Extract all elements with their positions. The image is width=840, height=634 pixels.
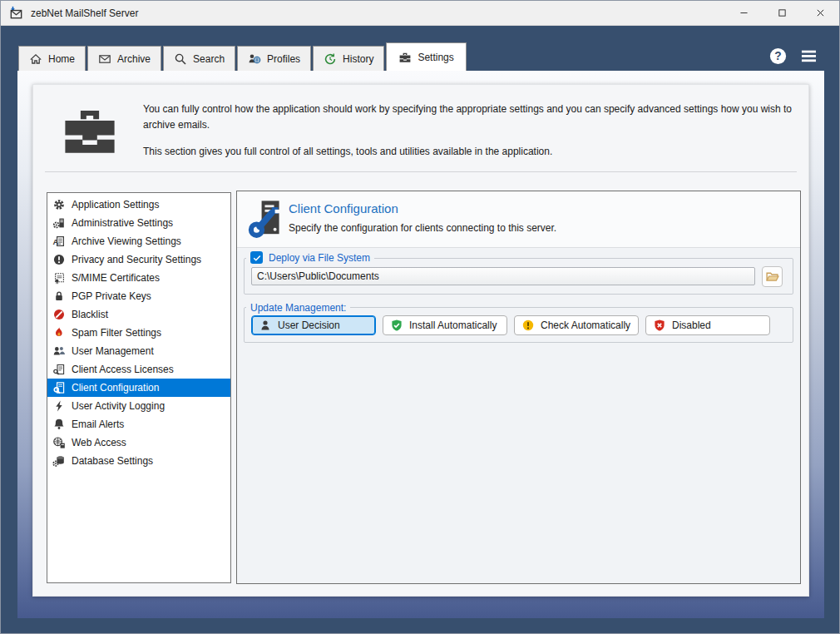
privacy-icon	[52, 253, 66, 266]
users-icon	[52, 344, 66, 358]
check-icon	[252, 253, 262, 263]
wrench-doc-icon	[52, 381, 66, 394]
search-icon	[174, 52, 187, 66]
lightning-icon	[52, 399, 66, 413]
window: { "window": { "title": "zebNet MailShelf…	[0, 0, 840, 634]
shield-check-icon	[390, 319, 403, 332]
content-card: You can fully control how the applicatio…	[32, 84, 809, 597]
window-controls	[724, 1, 839, 25]
close-button[interactable]	[801, 1, 839, 25]
settings-description-line1: You can fully control how the applicatio…	[143, 102, 795, 133]
sidebar-item-client-configuration[interactable]: Client Configuration	[47, 379, 230, 397]
settings-panel: Client Configuration Specify the configu…	[236, 191, 801, 584]
tab-bar: Home Archive Search Profiles History Set…	[18, 42, 468, 71]
admin-gear-icon	[52, 216, 66, 230]
close-icon	[815, 7, 826, 18]
blacklist-icon	[52, 308, 66, 321]
person-icon	[259, 319, 272, 332]
sidebar-item-user-management[interactable]: User Management	[47, 342, 230, 360]
sidebar-item-administrative-settings[interactable]: Administrative Settings	[47, 214, 230, 232]
maximize-icon	[777, 7, 788, 18]
web-icon	[52, 436, 66, 449]
warning-icon	[521, 319, 535, 332]
sidebar-item-client-access-licenses[interactable]: Client Access Licenses	[47, 360, 230, 379]
update-options: User Decision Install Automatically Chec…	[245, 314, 793, 342]
update-option-user-decision[interactable]: User Decision	[251, 315, 376, 335]
menu-button[interactable]	[800, 47, 818, 65]
update-option-check-automatically[interactable]: Check Automatically	[514, 315, 639, 335]
folder-open-icon	[765, 270, 779, 284]
mail-arrow-icon	[9, 6, 23, 20]
top-icons: ?	[769, 47, 818, 65]
tab-settings[interactable]: Settings	[386, 42, 466, 71]
header-divider	[45, 171, 797, 172]
sidebar-item-spam-filter-settings[interactable]: Spam Filter Settings	[47, 324, 230, 342]
help-button[interactable]: ?	[769, 47, 787, 65]
server-wrench-icon	[248, 200, 283, 239]
lock-icon	[52, 290, 66, 303]
panel-header: Client Configuration Specify the configu…	[237, 191, 800, 248]
svg-text:A: A	[53, 237, 59, 246]
history-icon	[324, 52, 337, 66]
path-row	[245, 265, 793, 294]
home-icon	[29, 52, 42, 66]
deploy-group: Deploy via File System	[244, 251, 793, 295]
update-group: Update Management: User Decision Install…	[244, 302, 793, 343]
archive-view-icon: A	[52, 235, 66, 248]
tab-history[interactable]: History	[313, 46, 384, 71]
sidebar-item-web-access[interactable]: Web Access	[47, 433, 230, 452]
envelope-icon	[98, 52, 111, 66]
sidebar-item-s-mime-certificates[interactable]: S/MIME Certificates	[47, 269, 230, 287]
sidebar-item-pgp-private-keys[interactable]: PGP Private Keys	[47, 287, 230, 305]
tab-home[interactable]: Home	[18, 46, 86, 71]
settings-description: You can fully control how the applicatio…	[143, 102, 795, 161]
hamburger-menu-icon	[800, 47, 818, 65]
license-icon	[52, 363, 66, 376]
gear-icon	[52, 198, 66, 211]
minimize-button[interactable]	[724, 1, 763, 25]
update-option-install-automatically[interactable]: Install Automatically	[383, 315, 507, 335]
toolbox-icon	[55, 100, 125, 161]
sidebar-item-email-alerts[interactable]: Email Alerts	[47, 415, 230, 433]
deploy-path-input[interactable]	[251, 267, 755, 285]
update-option-disabled[interactable]: Disabled	[645, 315, 770, 335]
sidebar-item-database-settings[interactable]: Database Settings	[47, 452, 230, 470]
panel-title: Client Configuration	[289, 201, 398, 215]
profiles-icon	[248, 52, 261, 66]
browse-button[interactable]	[762, 266, 783, 287]
bell-icon	[52, 418, 66, 431]
sidebar-item-blacklist[interactable]: Blacklist	[47, 305, 230, 324]
tab-profiles[interactable]: Profiles	[237, 46, 311, 71]
deploy-group-label: Deploy via File System	[269, 252, 370, 264]
shield-x-icon	[653, 319, 666, 332]
tab-search[interactable]: Search	[163, 46, 235, 71]
flame-icon	[52, 326, 66, 339]
settings-nav-list: Application Settings Administrative Sett…	[47, 192, 231, 583]
deploy-checkbox[interactable]	[250, 251, 263, 264]
sidebar-item-archive-viewing-settings[interactable]: A Archive Viewing Settings	[47, 232, 230, 250]
help-icon: ?	[769, 47, 787, 65]
certificate-icon	[52, 271, 66, 285]
maximize-button[interactable]	[763, 1, 801, 25]
minimize-icon	[739, 7, 749, 18]
toolbox-icon	[398, 51, 412, 64]
content-backdrop: You can fully control how the applicatio…	[17, 71, 824, 618]
title-bar: zebNet MailShelf Server	[1, 1, 839, 26]
database-icon	[52, 454, 66, 468]
svg-text:?: ?	[774, 50, 781, 62]
settings-description-line2: This section gives you full control of a…	[143, 144, 795, 160]
sidebar-item-user-activity-logging[interactable]: User Activity Logging	[47, 397, 230, 415]
sidebar-item-privacy-and-security-settings[interactable]: Privacy and Security Settings	[47, 250, 230, 269]
update-group-label: Update Management:	[250, 302, 346, 314]
sidebar-item-application-settings[interactable]: Application Settings	[47, 196, 230, 214]
tab-archive[interactable]: Archive	[87, 46, 161, 71]
window-title: zebNet MailShelf Server	[31, 7, 138, 19]
panel-subtitle: Specify the configuration for clients co…	[289, 222, 556, 234]
